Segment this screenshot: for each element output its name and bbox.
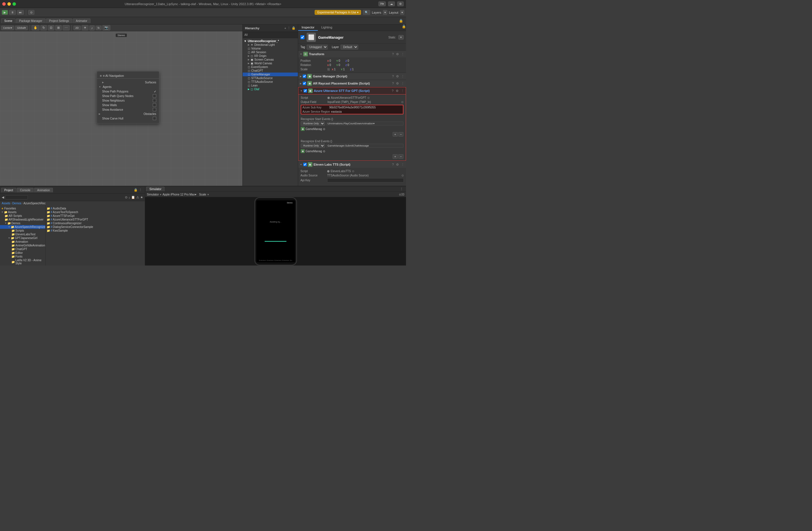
hierarchy-item-eventsystem[interactable]: ◻ EventSystem xyxy=(243,65,298,69)
proj-icon2[interactable]: ↕ xyxy=(129,196,130,199)
project-search-input[interactable] xyxy=(5,195,28,200)
tab-project-settings[interactable]: Project Settings xyxy=(46,18,72,23)
ai-nav-show-walls[interactable]: Show Walls xyxy=(97,103,159,107)
cloud-btn[interactable]: ☁ xyxy=(388,1,395,6)
transform-tool[interactable]: ⊞ xyxy=(55,25,62,30)
el-api-key-input[interactable] xyxy=(327,178,404,183)
elevenlabs-item[interactable]: 📁 ElevenLabsTest xyxy=(0,232,45,236)
hierarchy-add-btn[interactable]: + xyxy=(285,26,286,30)
fx-button[interactable]: fx xyxy=(96,26,102,30)
azureutterance-item[interactable]: 📁 # AzureUtteranceSTTForGPT xyxy=(45,218,145,221)
gm-more[interactable]: ⋮ xyxy=(401,74,404,78)
transform-help[interactable]: ? xyxy=(392,52,394,56)
stt-settings[interactable]: ⚙ xyxy=(396,89,398,93)
object-active-checkbox[interactable] xyxy=(301,35,304,39)
arshadows-item[interactable]: 📁 ARShadows&LightReceiver xyxy=(0,218,45,221)
global-button[interactable]: Global▾ xyxy=(15,26,28,30)
minimize-button[interactable] xyxy=(8,2,11,6)
hierarchy-item-lean[interactable]: ◻ Lean xyxy=(243,84,298,87)
dialogsvc-item[interactable]: 📁 # DialogServiceConnectorSample xyxy=(45,225,145,229)
runtime-select-2[interactable]: Runtime Only xyxy=(301,143,325,148)
el-help[interactable]: ? xyxy=(392,163,394,166)
azurettsforGpt-item[interactable]: 📁 # AzureTTSForGpt xyxy=(45,214,145,218)
animation-sub-item[interactable]: 📁 Animation xyxy=(0,240,45,244)
rect-tool[interactable]: ⊡ xyxy=(48,25,54,30)
minus-btn-2[interactable]: − xyxy=(398,154,403,159)
chatgpt-sub-item[interactable]: 📁 ChatGPT xyxy=(0,247,45,251)
camera-button[interactable]: 📷 xyxy=(102,25,111,30)
hierarchy-item-sttaudiosource[interactable]: ◻ STTAudioSource xyxy=(243,76,298,80)
stt-output-link[interactable]: ⊙ xyxy=(401,100,403,104)
hierarchy-item-xr-origin[interactable]: ▶ ◻ XR Origin xyxy=(243,54,298,58)
settings-btn[interactable]: ⚙ xyxy=(397,1,404,6)
assets-item[interactable]: ▼ 📁 Assets xyxy=(0,210,45,214)
snap-button[interactable]: ⋯ xyxy=(62,25,70,30)
hierarchy-search[interactable] xyxy=(249,33,296,37)
stt-checkbox[interactable] xyxy=(304,89,307,92)
orbit-tool[interactable]: ↻ xyxy=(40,25,47,30)
ai-nav-show-neighbours[interactable]: Show Neighbours xyxy=(97,98,159,103)
azure-region-val[interactable]: eastasia xyxy=(331,110,342,113)
ai-nav-show-path-query-nodes[interactable]: Show Path Query Nodes xyxy=(97,94,159,98)
proj-icon4[interactable]: ⚠ xyxy=(136,196,139,199)
hierarchy-root[interactable]: ▼ UtteranceRecognizer_* xyxy=(243,39,298,43)
window-controls[interactable] xyxy=(2,2,16,6)
runtime-select-1[interactable]: Runtime Only xyxy=(301,121,325,126)
inspector-lock-icon[interactable]: 🔒 xyxy=(402,25,406,31)
el-audio-link[interactable]: ⊙ xyxy=(402,174,404,177)
latifa-item[interactable]: 📁 Latifa V2 3D - Anime Style xyxy=(0,258,45,265)
proj-icon1[interactable]: ⊙ xyxy=(125,196,128,199)
scripts-sub-item[interactable]: 📁 Scripts xyxy=(0,229,45,232)
static-dropdown[interactable]: ▾ xyxy=(398,35,404,40)
plus-btn-1[interactable]: + xyxy=(393,132,398,137)
azure-stt-header[interactable]: ▼ ◼ Azure Utterance STT For GPT (Script)… xyxy=(298,87,406,95)
animegirl-item[interactable]: 📁 AnimeGirlIdleAnimations_free xyxy=(0,244,45,247)
sim-device[interactable]: Apple iPhone 12 Pro Max▾ xyxy=(162,193,196,196)
tab-animation[interactable]: Animation xyxy=(34,188,53,192)
el-script-link[interactable]: ⊙ xyxy=(352,170,354,173)
stt-script-link[interactable]: ⊙ xyxy=(367,96,369,99)
simulator-more-btn[interactable]: ⋮ xyxy=(400,187,403,191)
hierarchy-item-volume[interactable]: ◻ Volume xyxy=(243,47,298,51)
audiodata-item[interactable]: 📁 # AudioData xyxy=(45,206,145,210)
fonts-item[interactable]: 📁 Fonts xyxy=(0,255,45,258)
hand-tool[interactable]: ✋ xyxy=(32,25,40,30)
layer-dropdown[interactable]: Default xyxy=(340,45,358,49)
2d-button[interactable]: 2D xyxy=(73,26,81,30)
tab-project[interactable]: Project xyxy=(1,188,16,192)
hierarchy-item-ar-session[interactable]: ◻ AR Session xyxy=(243,51,298,54)
hierarchy-item-screen-canvas[interactable]: ▶ ▣ Screen Canvas xyxy=(243,58,298,61)
arr-help[interactable]: ? xyxy=(392,82,394,85)
ai-nav-agents-header[interactable]: ▼ Agents xyxy=(97,85,159,89)
azure-speech-item[interactable]: ▼ 📁 AzureSpeechRecognizerTest xyxy=(0,225,45,229)
gm-settings[interactable]: ⚙ xyxy=(396,74,399,78)
arr-checkbox[interactable] xyxy=(303,82,306,85)
tab-console[interactable]: Console xyxy=(17,188,33,192)
stt-more[interactable]: ⋮ xyxy=(401,89,404,93)
editor-item[interactable]: 📁 Editor xyxy=(0,251,45,255)
layers-dropdown[interactable]: ▾ xyxy=(383,10,387,15)
favorites-item[interactable]: ★ Favorites xyxy=(0,206,45,210)
play-button[interactable]: ▶ xyxy=(2,10,8,15)
el-more[interactable]: ⋮ xyxy=(401,163,404,167)
experimental-packages-button[interactable]: Experimental Packages In Use ▾ xyxy=(315,10,361,15)
all-btn[interactable]: All xyxy=(244,33,248,37)
ai-nav-show-carve-hull[interactable]: Show Carve Hull xyxy=(97,116,159,121)
transform-settings[interactable]: ⚙ xyxy=(396,52,399,56)
step-button[interactable]: ⏭ xyxy=(17,10,24,15)
azuretts-item[interactable]: 📁 # AzureTextToSpeech xyxy=(45,210,145,214)
stt-help[interactable]: ? xyxy=(392,89,393,92)
audio-button[interactable]: ♪ xyxy=(89,25,95,30)
el-settings[interactable]: ⚙ xyxy=(396,163,399,167)
collab-button[interactable]: ⊙ xyxy=(28,10,34,15)
account-btn[interactable]: H▾ xyxy=(378,1,386,6)
ar-raycast-header[interactable]: ▶ ◼ AR Raycast Placement Enable (Script)… xyxy=(298,80,406,87)
eleven-labs-header[interactable]: ▼ ◼ Eleven Labs TTS (Script) ? ⚙ ⋮ xyxy=(298,161,406,168)
demos-item[interactable]: ▼ 📁 Demos xyxy=(0,221,45,225)
gm-help[interactable]: ? xyxy=(392,74,394,78)
tab-inspector[interactable]: Inspector xyxy=(298,25,318,31)
gm-checkbox[interactable] xyxy=(303,74,306,78)
plus-btn-2[interactable]: + xyxy=(393,154,398,159)
ar-scripts-item[interactable]: 📁 AR Scripts xyxy=(0,214,45,218)
arr-more[interactable]: ⋮ xyxy=(401,82,404,85)
